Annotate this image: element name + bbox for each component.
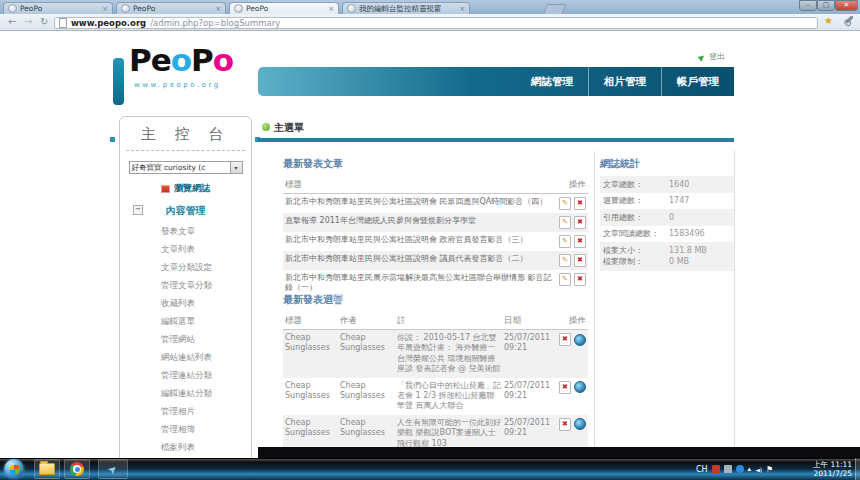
edit-icon[interactable]: ✎ bbox=[559, 197, 571, 210]
nav-blog-management[interactable]: 網誌管理 bbox=[516, 67, 588, 96]
comment-date: 25/07/2011 09:21 bbox=[504, 418, 552, 439]
account-select[interactable]: 好奇寶寶 curiosity (c ▾ bbox=[129, 161, 243, 174]
sidebar-item-file-list[interactable]: 檔案列表 bbox=[120, 439, 251, 457]
clock-time: 上午 11:11 bbox=[813, 460, 852, 469]
delete-icon[interactable]: ✖ bbox=[574, 216, 586, 229]
edit-icon[interactable]: ✎ bbox=[559, 216, 571, 229]
window-maximize-button[interactable]: ▢ bbox=[817, 0, 835, 11]
sidebar-item-edit-link-categories[interactable]: 編輯連結分類 bbox=[120, 385, 251, 403]
show-desktop-button[interactable] bbox=[855, 458, 860, 480]
stat-row: 文章總數： 1640 bbox=[600, 176, 734, 193]
delete-icon[interactable]: ✖ bbox=[574, 197, 586, 210]
comment-title: Cheap Sunglasses bbox=[285, 418, 340, 439]
tray-app-icon[interactable] bbox=[712, 465, 720, 473]
sidebar-item-edit-menu[interactable]: 編輯選單 bbox=[120, 313, 251, 331]
taskbar-clock[interactable]: 上午 11:11 2011/7/25 bbox=[813, 460, 852, 479]
delete-icon[interactable]: ✖ bbox=[559, 333, 571, 346]
delete-icon[interactable]: ✖ bbox=[574, 235, 586, 248]
col-action: 操作 bbox=[569, 179, 586, 190]
tab-close-icon[interactable]: × bbox=[459, 5, 465, 13]
delete-icon[interactable]: ✖ bbox=[574, 254, 586, 267]
collapse-minus-icon[interactable]: − bbox=[133, 205, 143, 215]
delete-icon[interactable]: ✖ bbox=[559, 418, 571, 431]
taskbar-chrome-button[interactable] bbox=[64, 459, 90, 479]
forward-icon[interactable]: → bbox=[24, 15, 32, 29]
language-indicator[interactable]: CH bbox=[696, 465, 708, 474]
window-close-button[interactable]: ✕ bbox=[835, 0, 858, 11]
tab-close-icon[interactable]: × bbox=[328, 5, 334, 13]
favicon-icon bbox=[347, 4, 356, 13]
arrow-app-icon: ➤ bbox=[105, 461, 121, 477]
clock-date: 2011/7/25 bbox=[813, 469, 852, 478]
volume-icon[interactable]: ◄) bbox=[755, 466, 762, 473]
table-row: 新北市中和秀朗車站里民與公寓社區說明會 政府官員發言影音（三） ✎✖ bbox=[283, 232, 588, 251]
sidebar-item-manage-site[interactable]: 管理網站 bbox=[120, 331, 251, 349]
logo-url-text: www.peopo.org bbox=[134, 81, 221, 89]
view-on-site-icon[interactable] bbox=[574, 418, 586, 430]
action-center-flag-icon[interactable]: ⚑ bbox=[766, 465, 773, 474]
stat-label: 檔案限制： bbox=[603, 257, 669, 267]
tray-app-icon[interactable] bbox=[724, 465, 732, 473]
breadcrumb: 主選單 bbox=[274, 121, 304, 135]
browser-tab-2[interactable]: PeoPo × bbox=[116, 2, 226, 14]
bookmark-star-icon[interactable]: ★ bbox=[824, 15, 833, 26]
chevron-down-icon[interactable]: ▾ bbox=[230, 162, 242, 173]
delete-icon[interactable]: ✖ bbox=[559, 381, 571, 394]
edit-icon[interactable]: ✎ bbox=[559, 273, 571, 286]
table-row: 新北市中和秀朗車站里民與公寓社區說明會 民眾回應與QA時間影音（四） ✎✖ bbox=[283, 194, 588, 213]
nav-account-management[interactable]: 帳戶管理 bbox=[661, 67, 734, 96]
nav-photo-management[interactable]: 相片管理 bbox=[588, 67, 661, 96]
sidebar-item-manage-albums[interactable]: 管理相簿 bbox=[120, 421, 251, 439]
comment-title: Cheap Sunglasses bbox=[285, 333, 340, 354]
table-row: Cheap Sunglasses Cheap Sunglasses 「我們心目中… bbox=[283, 378, 588, 415]
sidebar-menu: 發表文章 文章列表 文章分類設定 管理文章分類 收藏列表 編輯選單 管理網站 網… bbox=[120, 223, 251, 457]
table-row: Cheap Sunglasses Cheap Sunglasses 人生有無限可… bbox=[283, 415, 588, 447]
sidebar-section-content[interactable]: − 內容管理 bbox=[120, 204, 251, 218]
back-icon[interactable]: ← bbox=[8, 15, 16, 29]
sidebar-item-manage-link-categories[interactable]: 管理連結分類 bbox=[120, 367, 251, 385]
tab-close-icon[interactable]: × bbox=[102, 5, 108, 13]
col-author: 作者 bbox=[340, 315, 397, 326]
stat-value: 0 bbox=[669, 213, 731, 223]
stat-value: 1640 bbox=[669, 180, 731, 190]
edit-icon[interactable]: ✎ bbox=[559, 235, 571, 248]
sidebar-item-post-article[interactable]: 發表文章 bbox=[120, 223, 251, 241]
view-on-site-icon[interactable] bbox=[574, 381, 586, 393]
address-bar[interactable]: www.peopo.org/admin.php?op=blogSummary bbox=[54, 17, 818, 29]
window-minimize-button[interactable]: – bbox=[799, 0, 817, 11]
reload-icon[interactable]: ↻ bbox=[40, 15, 48, 29]
section-label: 內容管理 bbox=[166, 205, 206, 216]
tab-close-icon[interactable]: × bbox=[215, 5, 221, 13]
sidebar-item-manage-photos[interactable]: 管理相片 bbox=[120, 403, 251, 421]
browser-tab-4[interactable]: 我的編輯台監控精靈視窗 × bbox=[342, 2, 470, 14]
sidebar-item-site-links[interactable]: 網站連結列表 bbox=[120, 349, 251, 367]
content-right-border bbox=[734, 151, 735, 447]
edit-icon[interactable]: ✎ bbox=[559, 254, 571, 267]
view-blog-label: 瀏覽網誌 bbox=[174, 182, 210, 195]
sidebar-item-favorites-list[interactable]: 收藏列表 bbox=[120, 295, 251, 313]
blog-stats-panel: 網誌統計 文章總數： 1640 迴響總數： 1747 引用總數： 0 文章閱讀總… bbox=[600, 157, 734, 271]
tray-chevron-icon[interactable]: ▴ bbox=[748, 465, 752, 473]
tab-title: PeoPo bbox=[20, 4, 99, 13]
delete-icon[interactable]: ✖ bbox=[574, 273, 586, 286]
col-action: 操作 bbox=[552, 315, 586, 326]
favicon-icon bbox=[8, 4, 17, 13]
browser-tab-1[interactable]: PeoPo × bbox=[3, 2, 113, 14]
sidebar-item-manage-categories[interactable]: 管理文章分類 bbox=[120, 277, 251, 295]
sidebar-item-article-list[interactable]: 文章列表 bbox=[120, 241, 251, 259]
start-button[interactable] bbox=[4, 459, 24, 479]
col-title: 標題 bbox=[285, 179, 569, 190]
browser-tab-3-active[interactable]: PeoPo × bbox=[229, 2, 339, 14]
view-on-site-icon[interactable] bbox=[574, 334, 586, 346]
logout-link[interactable]: 登出 bbox=[700, 51, 725, 62]
taskbar-explorer-button[interactable] bbox=[34, 459, 60, 479]
article-title: 新北市中和秀朗車站里民與公寓社區說明會 議員代表發言影音（二） bbox=[285, 254, 556, 264]
peopo-logo[interactable]: PeoPo bbox=[129, 42, 233, 78]
latest-articles-title: 最新發表文章 bbox=[283, 157, 588, 171]
sidebar-item-category-settings[interactable]: 文章分類設定 bbox=[120, 259, 251, 277]
stat-row: 文章閱讀總數： 1583496 bbox=[600, 226, 734, 243]
articles-table: 標題 操作 新北市中和秀朗車站里民與公寓社區說明會 民眾回應與QA時間影音（四）… bbox=[283, 176, 588, 297]
tray-app-icon[interactable] bbox=[736, 465, 744, 473]
taskbar-app-button[interactable]: ➤ bbox=[98, 459, 128, 479]
view-blog-link[interactable]: 瀏覽網誌 bbox=[120, 182, 251, 195]
